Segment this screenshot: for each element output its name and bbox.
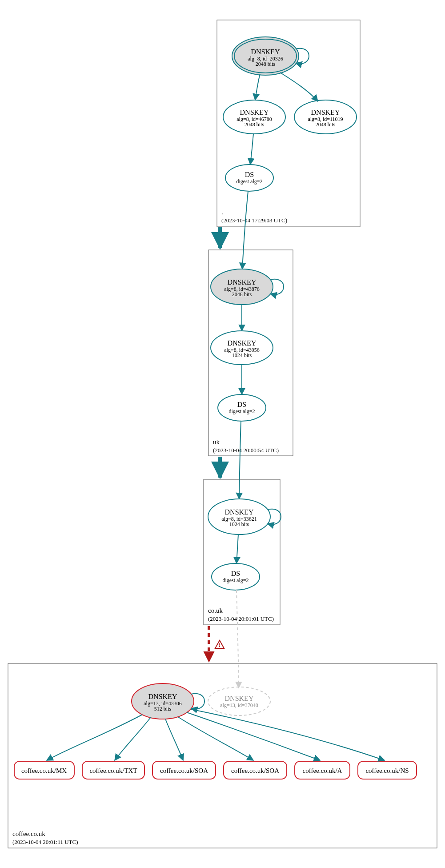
svg-text:coffee.co.uk/A: coffee.co.uk/A bbox=[303, 767, 342, 774]
svg-text:512 bits: 512 bits bbox=[154, 706, 172, 712]
zone-coffee: coffee.co.uk (2023-10-04 20:01:11 UTC) bbox=[8, 663, 437, 848]
svg-text:coffee.co.uk/TXT: coffee.co.uk/TXT bbox=[89, 767, 137, 774]
edge-coukksk-coukds bbox=[237, 534, 238, 563]
svg-text:digest alg=2: digest alg=2 bbox=[236, 178, 262, 185]
svg-text:DNSKEY: DNSKEY bbox=[311, 108, 340, 116]
edge-coffee-soa2 bbox=[178, 717, 253, 760]
svg-text:2048 bits: 2048 bits bbox=[256, 61, 276, 67]
svg-text:coffee.co.uk/SOA: coffee.co.uk/SOA bbox=[231, 767, 279, 774]
node-rr-txt: coffee.co.uk/TXT bbox=[82, 761, 144, 779]
svg-text:2048 bits: 2048 bits bbox=[232, 291, 252, 297]
node-couk-ksk: DNSKEY alg=8, id=33621 1024 bits bbox=[208, 499, 270, 534]
zone-couk-name: co.uk bbox=[208, 607, 223, 614]
svg-text:DNSKEY: DNSKEY bbox=[228, 339, 257, 347]
node-root-ksk: DNSKEY alg=8, id=20326 2048 bits bbox=[232, 37, 299, 75]
svg-text:coffee.co.uk/NS: coffee.co.uk/NS bbox=[365, 767, 409, 774]
zone-uk-timestamp: (2023-10-04 20:00:54 UTC) bbox=[213, 447, 279, 454]
edge-rootksk-zsk2 bbox=[280, 72, 318, 101]
node-uk-zsk: DNSKEY alg=8, id=43056 1024 bits bbox=[211, 331, 273, 365]
warning-icon: ! bbox=[215, 640, 224, 648]
svg-text:DNSKEY: DNSKEY bbox=[240, 108, 269, 116]
svg-text:alg=13, id=37040: alg=13, id=37040 bbox=[220, 702, 258, 708]
node-rr-a: coffee.co.uk/A bbox=[295, 761, 350, 779]
edge-coffee-a bbox=[187, 712, 320, 760]
svg-text:DS: DS bbox=[237, 401, 246, 408]
svg-text:DS: DS bbox=[231, 570, 240, 577]
edge-rootds-ukksk bbox=[242, 191, 248, 269]
node-rr-soa1: coffee.co.uk/SOA bbox=[152, 761, 216, 779]
edge-coffee-ns bbox=[191, 709, 385, 760]
node-uk-ksk: DNSKEY alg=8, id=43876 2048 bits bbox=[211, 269, 273, 305]
node-uk-ds: DS digest alg=2 bbox=[218, 394, 266, 421]
edge-coffee-soa1 bbox=[165, 719, 183, 760]
node-rr-ns: coffee.co.uk/NS bbox=[358, 761, 417, 779]
zone-root-name: . bbox=[221, 209, 223, 216]
edge-rootksk-zsk1 bbox=[255, 74, 260, 100]
zone-uk-name: uk bbox=[213, 438, 220, 446]
svg-text:DS: DS bbox=[245, 171, 254, 178]
svg-text:digest alg=2: digest alg=2 bbox=[229, 408, 255, 414]
node-coffee-ksk: DNSKEY alg=13, id=43306 512 bits bbox=[132, 683, 194, 719]
node-rr-mx: coffee.co.uk/MX bbox=[14, 761, 74, 779]
svg-rect-37 bbox=[8, 663, 437, 848]
svg-text:DNSKEY: DNSKEY bbox=[251, 48, 280, 56]
svg-text:digest alg=2: digest alg=2 bbox=[222, 577, 249, 583]
zone-couk-timestamp: (2023-10-04 20:01:01 UTC) bbox=[208, 615, 274, 622]
svg-text:DNSKEY: DNSKEY bbox=[228, 278, 257, 286]
edge-ukds-coukksk bbox=[239, 421, 241, 499]
svg-text:coffee.co.uk/MX: coffee.co.uk/MX bbox=[21, 767, 67, 774]
svg-text:2048 bits: 2048 bits bbox=[316, 121, 336, 128]
zone-coffee-name: coffee.co.uk bbox=[12, 830, 45, 837]
svg-text:DNSKEY: DNSKEY bbox=[225, 695, 254, 702]
node-coffee-gray: DNSKEY alg=13, id=37040 bbox=[208, 687, 270, 715]
svg-text:DNSKEY: DNSKEY bbox=[225, 508, 254, 516]
edge-coukds-coffeegray bbox=[237, 590, 239, 688]
node-root-zsk1: DNSKEY alg=8, id=46780 2048 bits bbox=[223, 100, 285, 134]
svg-text:2048 bits: 2048 bits bbox=[245, 121, 265, 128]
edge-zsk1-ds bbox=[250, 134, 253, 165]
node-root-zsk2: DNSKEY alg=8, id=11019 2048 bits bbox=[294, 100, 357, 134]
zone-coffee-timestamp: (2023-10-04 20:01:11 UTC) bbox=[12, 839, 78, 845]
svg-text:DNSKEY: DNSKEY bbox=[148, 693, 177, 700]
svg-text:1024 bits: 1024 bits bbox=[229, 521, 249, 527]
edge-coffee-mx bbox=[47, 715, 142, 760]
svg-text:coffee.co.uk/SOA: coffee.co.uk/SOA bbox=[160, 767, 208, 774]
edge-coffee-txt bbox=[115, 717, 151, 760]
zone-root-timestamp: (2023-10-04 17:29:03 UTC) bbox=[221, 217, 287, 224]
node-root-ds: DS digest alg=2 bbox=[225, 165, 273, 191]
svg-text:!: ! bbox=[219, 642, 220, 648]
node-rr-soa2: coffee.co.uk/SOA bbox=[224, 761, 287, 779]
svg-text:1024 bits: 1024 bits bbox=[232, 352, 252, 358]
node-couk-ds: DS digest alg=2 bbox=[212, 563, 260, 590]
